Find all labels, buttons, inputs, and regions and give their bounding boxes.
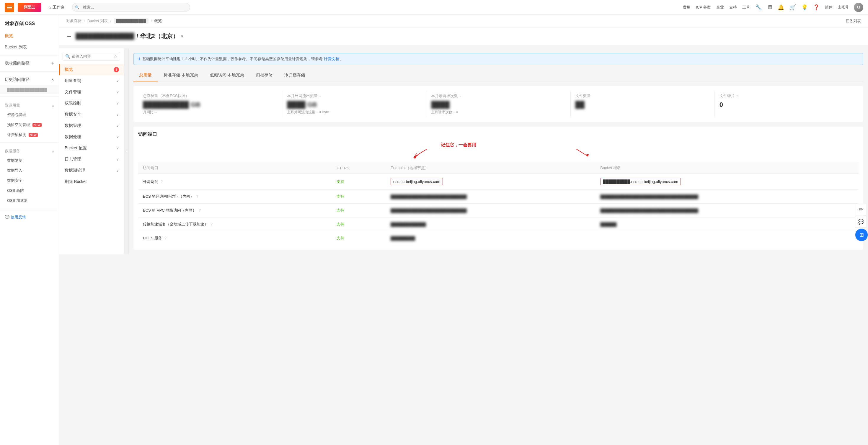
table-row-classic: ECS 的经典网络访问（内网） ? 支持 ███████████████████… — [138, 190, 859, 203]
access-table: 访问端口 HTTPS Endpoint（地域节点） Bucket 域名 外网访问 — [138, 162, 859, 245]
fragments-help-icon[interactable]: ? — [736, 94, 738, 98]
left-nav-datalake-label: 数据湖管理 — [65, 168, 85, 173]
language-link[interactable]: 简体 — [825, 5, 833, 10]
nav-fees-link[interactable]: 费用 — [683, 5, 690, 10]
feedback-link[interactable]: 💬 使用反馈 — [5, 215, 26, 219]
left-nav-usage[interactable]: 用量查询 ∨ — [59, 75, 124, 87]
traffic-sort-icon[interactable]: ⌄ — [319, 94, 321, 98]
account-label[interactable]: 主账号 — [838, 5, 848, 10]
nav-support-link[interactable]: 支持 — [729, 5, 737, 10]
stat-requests: 本月读请求次数 ⌄ ████ 上月请求次数：0 — [426, 91, 570, 117]
region-dropdown-arrow[interactable]: ▾ — [181, 34, 183, 39]
tabs: 总用量 标准存储-本地冗余 低频访问-本地冗余 归档存储 冷归档存储 — [133, 70, 863, 82]
nav-enterprise-link[interactable]: 企业 — [716, 5, 724, 10]
transfer-accel-help-icon[interactable]: ? — [211, 222, 213, 226]
hamburger-menu[interactable] — [5, 3, 14, 12]
left-nav-data-processing-arrow: ∨ — [116, 135, 119, 139]
left-nav-bucket-config[interactable]: Bucket 配置 ∨ — [59, 142, 124, 154]
left-nav-data-processing[interactable]: 数据处理 ∨ — [59, 131, 124, 142]
workbench-link[interactable]: 工作台 — [49, 5, 65, 10]
left-nav-usage-label: 用量查询 — [65, 78, 81, 84]
sidebar-item-data-security[interactable]: 数据安全 — [0, 176, 59, 186]
left-nav-star-icon[interactable]: ☆ — [111, 53, 120, 60]
info-box: ℹ 基础数据统计平均延迟 1-2 小时。不作为计量数据，仅作参考。不同存储类型的… — [133, 53, 863, 65]
left-nav-delete-bucket[interactable]: 删除 Bucket — [59, 176, 124, 187]
tab-total-usage[interactable]: 总用量 — [133, 70, 158, 82]
sidebar-saved-paths[interactable]: 我收藏的路径 + — [0, 58, 59, 69]
history-label: 历史访问路径 — [5, 77, 30, 82]
cart-icon[interactable]: 🛒 — [789, 4, 796, 11]
page-header: ← ██████████████ / 华北2（北京） ▾ — [59, 27, 868, 45]
stat-files-label: 文件数量 — [576, 93, 710, 99]
left-nav-data-security[interactable]: 数据安全 ∨ — [59, 109, 124, 120]
global-search-input[interactable] — [72, 3, 190, 11]
left-nav-datalake-arrow: ∨ — [116, 168, 119, 172]
tab-standard-local[interactable]: 标准存储-本地冗余 — [158, 70, 204, 82]
stat-fragments-label: 文件碎片 ? — [719, 93, 854, 99]
saved-paths-label: 我收藏的路径 — [5, 61, 30, 66]
access-title: 访问端口 — [138, 131, 859, 137]
sidebar-item-data-import[interactable]: 数据导入 — [0, 165, 59, 176]
left-nav-data-mgmt[interactable]: 数据管理 ∨ — [59, 120, 124, 131]
external-help-icon[interactable]: ? — [161, 180, 163, 184]
sidebar-item-data-replication[interactable]: 数据复制 — [0, 156, 59, 165]
classic-help-icon[interactable]: ? — [196, 194, 198, 199]
left-nav-data-security-label: 数据安全 — [65, 112, 81, 117]
left-nav-datalake[interactable]: 数据湖管理 ∨ — [59, 165, 124, 176]
notification-icon[interactable]: 🔔 — [778, 4, 784, 11]
cell-port-hdfs: HDFS 服务 ? — [138, 231, 332, 245]
left-nav-file-mgmt[interactable]: 文件管理 ∨ — [59, 87, 124, 98]
sidebar-history[interactable]: 历史访问路径 ∧ — [0, 74, 59, 85]
requests-sort-icon[interactable]: ⌄ — [459, 94, 462, 98]
left-nav-data-mgmt-label: 数据管理 — [65, 123, 81, 128]
sidebar-item-resource-pkg[interactable]: 资源包管理 — [0, 110, 59, 120]
help-icon[interactable]: ❓ — [813, 4, 819, 11]
tab-cold-archive[interactable]: 冷归档存储 — [278, 70, 311, 82]
lightbulb-icon[interactable]: 💡 — [801, 4, 808, 11]
left-nav-overview[interactable]: 概览 1 — [59, 64, 124, 75]
nav-ticket-link[interactable]: 工单 — [742, 5, 750, 10]
sidebar-item-overview[interactable]: 概览 — [0, 30, 59, 42]
tab-archive[interactable]: 归档存储 — [250, 70, 278, 82]
tab-infrequent-local[interactable]: 低频访问-本地冗余 — [204, 70, 250, 82]
tool-icon[interactable]: 🔧 — [755, 4, 762, 11]
left-nav-search-area: 🔍 ☆ — [59, 49, 124, 64]
vpc-help-icon[interactable]: ? — [199, 208, 201, 213]
monitor-icon[interactable]: 🖥 — [767, 4, 772, 10]
left-nav-access-ctrl[interactable]: 权限控制 ∨ — [59, 98, 124, 109]
cell-https-transfer-accel: 支持 — [332, 218, 386, 231]
left-nav-overview-badge: 1 — [114, 67, 119, 72]
left-nav-data-processing-label: 数据处理 — [65, 134, 81, 139]
stat-files: 文件数量 ██ — [571, 91, 715, 117]
history-path[interactable]: ████████████████ — [0, 85, 59, 94]
sidebar-item-reserved-space[interactable]: 预留空间管理 NEW — [0, 120, 59, 130]
billing-doc-link[interactable]: 计费文档 — [324, 57, 339, 61]
sidebar-item-billing-detect[interactable]: 计费项检测 NEW — [0, 130, 59, 140]
history-chevron: ∧ — [51, 77, 54, 82]
right-content: ℹ 基础数据统计平均延迟 1-2 小时。不作为计量数据，仅作参考。不同存储类型的… — [129, 49, 868, 254]
float-chat-button[interactable]: 💬 — [855, 216, 867, 228]
left-nav-log-mgmt[interactable]: 日志管理 ∨ — [59, 154, 124, 165]
float-grid-button[interactable]: ⊞ — [855, 228, 868, 242]
breadcrumb-oss[interactable]: 对象存储 — [66, 18, 82, 24]
left-nav-collapse-toggle[interactable]: ‹ — [124, 49, 129, 254]
annotation-text: 记住它，一会要用 — [441, 142, 476, 148]
hdfs-help-icon[interactable]: ? — [164, 236, 166, 240]
sidebar-item-oss-ddos[interactable]: OSS 高防 — [0, 186, 59, 196]
annotation-arrow-left — [397, 148, 433, 159]
sidebar-item-oss-accelerate[interactable]: OSS 加速器 — [0, 196, 59, 206]
breadcrumb-bucket-list[interactable]: Bucket 列表 — [87, 18, 108, 24]
sidebar-item-bucket-list[interactable]: Bucket 列表 — [0, 42, 59, 53]
avatar[interactable]: U — [854, 3, 863, 12]
sidebar-resource-section[interactable]: 资源用量 ∧ — [0, 99, 59, 110]
back-button[interactable]: ← — [66, 33, 72, 39]
task-list-button[interactable]: 任务列表 — [845, 18, 861, 24]
float-edit-button[interactable]: ✏ — [855, 203, 867, 215]
cell-endpoint-hdfs: █████████ — [386, 231, 595, 245]
sidebar-data-service-section[interactable]: 数据服务 ∧ — [0, 145, 59, 156]
cell-https-hdfs: 支持 — [332, 231, 386, 245]
sidebar-divider-1 — [0, 55, 59, 56]
nav-icp-link[interactable]: ICP 备案 — [696, 5, 711, 10]
breadcrumb: 对象存储 / Bucket 列表 / ████████████ / 概览 — [66, 18, 162, 24]
add-saved-path-icon[interactable]: + — [51, 61, 54, 66]
